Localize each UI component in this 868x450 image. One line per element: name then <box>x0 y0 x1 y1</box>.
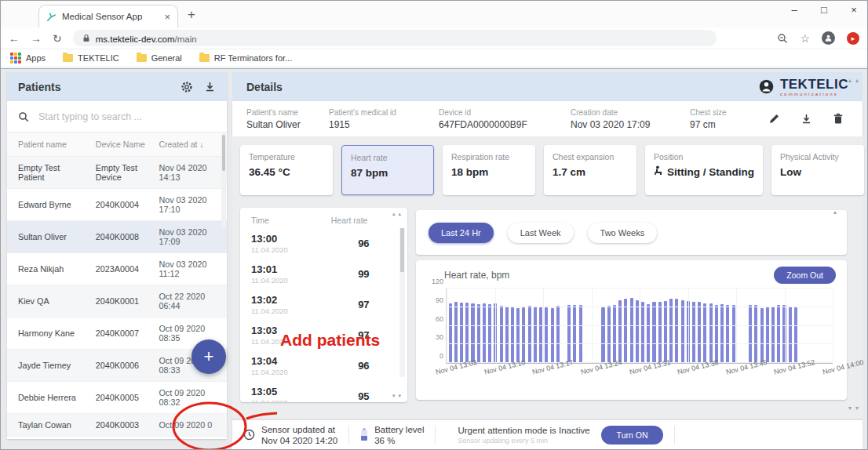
chart-bar[interactable] <box>511 307 514 363</box>
browser-tab[interactable]: Medical Sensor App × <box>38 5 178 27</box>
chart-bar[interactable] <box>732 305 735 363</box>
scroll-down-icon[interactable]: ▾▾ <box>848 405 863 412</box>
chart-bar[interactable] <box>551 308 554 363</box>
heart-rate-row[interactable]: 13:0411.04.202096 <box>251 350 396 381</box>
edit-icon[interactable] <box>768 113 780 125</box>
bookmark-item[interactable]: Apps <box>10 53 46 64</box>
chart-bar[interactable] <box>454 302 458 363</box>
chart-bar[interactable] <box>630 298 633 363</box>
table-row[interactable]: Harmony Kane2040K0007Oct 09 2020 08:35 <box>7 318 227 350</box>
extension-icon[interactable]: ▸ <box>847 32 859 45</box>
bookmark-item[interactable]: General <box>137 53 182 63</box>
minimize-button[interactable]: – <box>789 4 800 16</box>
chart-bar[interactable] <box>471 303 474 363</box>
chart-bar[interactable] <box>698 302 701 363</box>
chart-bar[interactable] <box>652 302 655 363</box>
scroll-up-icon[interactable]: ▴▴ <box>848 77 863 84</box>
chart-bar[interactable] <box>601 307 604 363</box>
vital-card-heart-rate[interactable]: Heart rate87 bpm <box>341 145 434 195</box>
chart-bar[interactable] <box>766 307 769 363</box>
add-patient-button[interactable]: + <box>191 339 226 374</box>
bookmark-item[interactable]: RF Terminators for... <box>199 53 292 63</box>
bookmark-item[interactable]: TEKTELIC <box>63 53 119 63</box>
range-button-last-week[interactable]: Last Week <box>508 223 574 243</box>
chart-bar[interactable] <box>516 308 520 363</box>
chart-bar[interactable] <box>749 305 752 363</box>
chart-bar[interactable] <box>534 307 537 363</box>
chart-bar[interactable] <box>720 304 724 363</box>
chart-bar[interactable] <box>681 300 684 363</box>
chart-bar[interactable] <box>477 304 480 363</box>
scroll-up-icon[interactable]: ▴ <box>833 209 841 216</box>
heart-rate-row[interactable]: 13:0211.04.202097 <box>251 289 396 320</box>
patients-scrollbar[interactable] <box>221 133 226 227</box>
close-button[interactable]: × <box>848 4 859 16</box>
back-icon[interactable]: ← <box>9 32 20 45</box>
chart-bar[interactable] <box>488 304 491 363</box>
chart-bar[interactable] <box>754 305 757 363</box>
tab-close-icon[interactable]: × <box>164 11 170 23</box>
vital-card-physical-activity[interactable]: Physical ActivityLow <box>771 145 864 195</box>
range-button-last-24-hr[interactable]: Last 24 Hr <box>429 223 494 243</box>
reload-icon[interactable]: ↻ <box>53 32 62 45</box>
chart-bar[interactable] <box>483 303 486 363</box>
chart-bar[interactable] <box>692 302 695 363</box>
chart-bar[interactable] <box>715 305 718 363</box>
chart-bar[interactable] <box>703 303 706 363</box>
download-icon[interactable] <box>204 81 216 93</box>
vital-card-chest-expansion[interactable]: Chest expansion1.7 cm <box>544 145 636 195</box>
table-row[interactable]: Kiev QA2040K0001Oct 22 2020 06:44 <box>7 285 227 318</box>
chart-bar[interactable] <box>709 303 713 363</box>
chart-bar[interactable] <box>658 302 662 363</box>
heart-rate-row[interactable]: 13:0011.04.202096 <box>251 228 396 259</box>
heart-rate-row[interactable]: 13:0511.04.202095 <box>251 381 396 402</box>
chart-bar[interactable] <box>567 305 571 363</box>
forward-icon[interactable]: → <box>31 32 42 45</box>
chart-bar[interactable] <box>556 306 560 363</box>
chart-bar[interactable] <box>794 307 797 363</box>
chart-bar[interactable] <box>613 305 616 363</box>
chart-bar[interactable] <box>522 307 525 363</box>
chart-bar[interactable] <box>618 300 622 363</box>
chart-bar[interactable] <box>545 307 548 363</box>
maximize-button[interactable]: □ <box>819 4 830 16</box>
chart-bar[interactable] <box>539 307 542 363</box>
chart-bar[interactable] <box>789 307 792 363</box>
chart-bar[interactable] <box>771 307 775 363</box>
chart-bar[interactable] <box>465 303 469 363</box>
chart-bar[interactable] <box>528 306 531 363</box>
table-row[interactable]: Edward Byrne2040K0004Nov 03 2020 17:10 <box>7 189 227 221</box>
zoom-out-button[interactable]: Zoom Out <box>774 267 836 284</box>
chart-bar[interactable] <box>675 299 678 363</box>
table-row[interactable]: Sultan Oliver2040K0008Nov 03 2020 17:09 <box>7 221 227 253</box>
table-row[interactable]: Reza Nikjah2023A0004Nov 03 2020 11:12 <box>7 253 227 285</box>
heart-rate-scrollbar[interactable] <box>399 228 405 377</box>
search-input[interactable] <box>38 111 216 122</box>
range-button-two-weeks[interactable]: Two Weeks <box>588 223 658 243</box>
url-field[interactable]: ms.tektelic-dev.com/main <box>73 30 717 46</box>
chart-bar[interactable] <box>449 303 452 363</box>
chart-bar[interactable] <box>647 304 650 363</box>
chart-bar[interactable] <box>664 301 667 363</box>
chart-bar[interactable] <box>760 308 764 363</box>
vital-card-respiration-rate[interactable]: Respiration rate18 bpm <box>443 145 535 195</box>
vital-card-temperature[interactable]: Temperature36.45 °C <box>240 145 333 195</box>
vital-card-position[interactable]: PositionSitting / Standing <box>645 145 763 195</box>
table-row[interactable]: Debbie Herrera2040K0005Oct 09 2020 08:32 <box>7 382 227 414</box>
turn-on-button[interactable]: Turn ON <box>601 426 664 445</box>
heart-rate-row[interactable]: 13:0111.04.202099 <box>251 259 396 289</box>
chart-bar[interactable] <box>460 303 463 363</box>
chart-bar[interactable] <box>573 305 576 363</box>
zoom-icon[interactable] <box>777 33 788 44</box>
chart-bar[interactable] <box>777 305 780 363</box>
chart-bar[interactable] <box>607 306 611 363</box>
chart-bar[interactable] <box>505 307 509 363</box>
gear-icon[interactable] <box>181 81 193 93</box>
new-tab-button[interactable]: + <box>188 7 195 23</box>
profile-avatar[interactable] <box>822 31 835 45</box>
bookmark-star-icon[interactable]: ☆ <box>800 32 810 45</box>
chart-bar[interactable] <box>500 306 503 363</box>
chart-bar[interactable] <box>624 299 627 363</box>
table-row[interactable]: Taylan Cowan2040K0003Oct 09 2020 0 <box>7 414 227 437</box>
chart-bar[interactable] <box>636 300 639 363</box>
